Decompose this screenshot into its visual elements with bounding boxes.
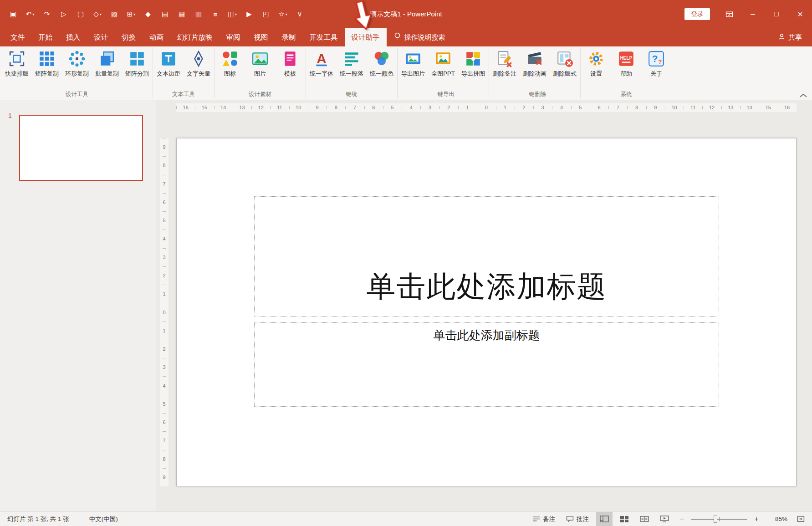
- format-painter-icon[interactable]: ▨: [107, 6, 122, 22]
- fit-slide-button[interactable]: [794, 512, 807, 526]
- ribbon-button-template[interactable]: 模板: [275, 49, 305, 79]
- ribbon-button-export-puzzle[interactable]: 导出拼图: [458, 49, 488, 79]
- tab-view[interactable]: 视图: [247, 28, 275, 46]
- comment-icon: [566, 516, 574, 522]
- ribbon-group-5: 删除备注删除动画删除版式一键删除: [490, 46, 580, 100]
- ruler-mark: 3: [533, 103, 552, 112]
- ruler-mark: 13: [721, 103, 740, 112]
- slideshow-icon[interactable]: ▶: [241, 6, 257, 22]
- tab-slideshow[interactable]: 幻灯片放映: [170, 28, 220, 46]
- ribbon-button-ring-copy[interactable]: 环形复制: [62, 49, 92, 79]
- ribbon-button-batch-copy[interactable]: 批量复制: [92, 49, 122, 79]
- minimize-button[interactable]: –: [741, 0, 765, 28]
- tab-design-assistant[interactable]: 设计助手: [345, 28, 387, 46]
- ruler-mark: 6: [160, 193, 169, 211]
- cut-icon[interactable]: ▤: [157, 6, 173, 22]
- chevron-up-icon: [799, 93, 807, 98]
- table-icon[interactable]: ▦: [174, 6, 189, 22]
- ribbon-button-help[interactable]: HELP帮助: [611, 49, 641, 79]
- fit-slide-icon: [797, 515, 805, 523]
- chart-icon[interactable]: ▥: [191, 6, 206, 22]
- ribbon-button-matrix-copy[interactable]: 矩阵复制: [32, 49, 62, 79]
- ruler-mark: 13: [233, 103, 251, 112]
- ribbon-group-3: A统一字体统一段落统一颜色一键统一: [306, 46, 397, 100]
- share-button[interactable]: 共享: [778, 28, 802, 46]
- tell-me-search[interactable]: 操作说明搜索: [394, 28, 445, 46]
- zoom-out-button[interactable]: −: [676, 515, 687, 523]
- title-placeholder[interactable]: 单击此处添加标题: [254, 196, 719, 317]
- notes-icon: [532, 516, 540, 522]
- zoom-slider-thumb[interactable]: [714, 516, 717, 523]
- slide-sorter-view-button[interactable]: [616, 512, 633, 526]
- customize-qat-icon[interactable]: ∨: [292, 6, 307, 22]
- ribbon-group-label: 一键导出: [398, 90, 488, 100]
- language-status[interactable]: 中文(中国): [89, 515, 118, 523]
- tab-transitions[interactable]: 切换: [115, 28, 143, 46]
- subtitle-placeholder-text: 单击此处添加副标题: [434, 327, 540, 343]
- columns-icon[interactable]: ◫▾: [225, 6, 240, 22]
- new-file-icon[interactable]: ▢: [73, 6, 88, 22]
- group-separator: [214, 48, 214, 98]
- tab-record[interactable]: 录制: [275, 28, 303, 46]
- redo-icon[interactable]: ↷: [39, 6, 55, 22]
- notes-toggle[interactable]: 备注: [529, 512, 559, 526]
- slide-count-status: 幻灯片 第 1 张, 共 1 张: [7, 515, 69, 523]
- ruler-mark: 15: [759, 103, 777, 112]
- maximize-button[interactable]: □: [765, 0, 788, 28]
- tab-home[interactable]: 开始: [31, 28, 59, 46]
- ribbon-button-delete-note[interactable]: 删除备注: [490, 49, 520, 79]
- ribbon-button-settings[interactable]: 设置: [581, 49, 611, 79]
- slideshow-view-button[interactable]: [656, 512, 673, 526]
- ribbon-group-2: 图标图片模板设计素材: [215, 46, 305, 100]
- connector-icon[interactable]: ⊞▾: [123, 6, 139, 22]
- group-separator: [397, 48, 398, 98]
- tab-review[interactable]: 审阅: [220, 28, 247, 46]
- brush-icon[interactable]: ◆: [140, 6, 156, 22]
- tab-developer[interactable]: 开发工具: [303, 28, 345, 46]
- ribbon-button-export-image[interactable]: 导出图片: [398, 49, 428, 79]
- ribbon-button-about[interactable]: ??关于: [641, 49, 671, 79]
- tab-file[interactable]: 文件: [4, 28, 31, 46]
- ruler-mark: 0: [477, 103, 495, 112]
- save-icon[interactable]: ▣: [5, 6, 21, 22]
- text-box-icon[interactable]: ≡: [208, 6, 223, 22]
- svg-text:HELP: HELP: [620, 56, 633, 61]
- star-icon[interactable]: ☆▾: [275, 6, 291, 22]
- folder-icon[interactable]: ◰: [258, 6, 274, 22]
- undo-icon[interactable]: ↶▾: [22, 6, 38, 22]
- ribbon-group-0: 快捷排版矩阵复制环形复制批量复制矩阵分割设计工具: [2, 46, 152, 100]
- zoom-percentage[interactable]: 85%: [766, 516, 787, 522]
- zoom-slider[interactable]: [691, 512, 747, 526]
- ribbon-button-text-vector[interactable]: 文字矢量: [184, 49, 214, 79]
- close-button[interactable]: ×: [788, 0, 812, 28]
- shapes-icon[interactable]: ◇▾: [90, 6, 105, 22]
- ribbon-button-unify-font[interactable]: A统一字体: [306, 49, 337, 79]
- ribbon-button-full-ppt[interactable]: 全图PPT: [428, 49, 458, 79]
- ribbon-button-delete-layout[interactable]: 删除版式: [550, 49, 580, 79]
- ribbon-button-quick-layout[interactable]: 快捷排版: [2, 49, 32, 79]
- reading-view-button[interactable]: [636, 512, 653, 526]
- ribbon-display-options-button[interactable]: [717, 0, 741, 28]
- tab-insert[interactable]: 插入: [59, 28, 87, 46]
- tab-design[interactable]: 设计: [87, 28, 115, 46]
- ribbon-button-label: 模板: [284, 70, 296, 78]
- ribbon-button-matrix-split[interactable]: 矩阵分割: [122, 49, 152, 79]
- ribbon-button-picture[interactable]: 图片: [245, 49, 275, 79]
- ribbon-button-unify-para[interactable]: 统一段落: [337, 49, 367, 79]
- tell-me-label: 操作说明搜索: [404, 33, 445, 42]
- collapse-ribbon-button[interactable]: [799, 92, 807, 98]
- start-slideshow-icon[interactable]: ▷: [56, 6, 71, 22]
- ruler-mark: 4: [160, 376, 169, 394]
- ribbon-button-text-margin[interactable]: 文本边距: [153, 49, 184, 79]
- ribbon-button-label: 关于: [650, 70, 662, 78]
- ribbon-button-unify-color[interactable]: 统一颜色: [367, 49, 397, 79]
- normal-view-button[interactable]: [596, 512, 613, 526]
- slide-thumbnail[interactable]: [19, 115, 143, 181]
- ribbon-button-icon-lib[interactable]: 图标: [215, 49, 245, 79]
- login-button[interactable]: 登录: [684, 8, 710, 20]
- ribbon-button-delete-anim[interactable]: 删除动画: [520, 49, 550, 79]
- zoom-in-button[interactable]: +: [751, 515, 762, 523]
- tab-animations[interactable]: 动画: [143, 28, 170, 46]
- comments-toggle[interactable]: 批注: [562, 512, 592, 526]
- subtitle-placeholder[interactable]: 单击此处添加副标题: [254, 322, 719, 407]
